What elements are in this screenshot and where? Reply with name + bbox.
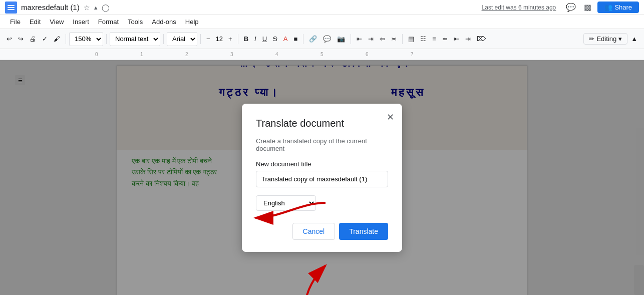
menu-tools[interactable]: Tools	[124, 17, 147, 27]
modal-description: Create a translated copy of the current …	[256, 137, 388, 152]
menu-insert[interactable]: Insert	[69, 17, 93, 27]
font-select[interactable]: Arial	[167, 32, 197, 46]
ruler-marker-3: 3	[230, 52, 233, 57]
share-button[interactable]: 👥 Share	[597, 2, 639, 13]
print-button[interactable]: 🖨	[27, 33, 39, 45]
header-right: 💬 ▩ 👥 Share	[564, 2, 639, 13]
star-icon[interactable]: ☆	[84, 4, 90, 12]
modal-overlay: Translate document ✕ Create a translated…	[0, 60, 644, 295]
ruler-marker-0: 0	[95, 52, 98, 57]
chevron-down-icon: ▾	[618, 35, 622, 43]
icon-line-2	[8, 7, 15, 8]
cancel-button[interactable]: Cancel	[292, 223, 336, 240]
language-select[interactable]: English Hindi French Spanish German	[256, 195, 316, 211]
divider-6	[303, 34, 303, 44]
zoom-select[interactable]: 150%	[69, 32, 103, 46]
app-icon	[5, 2, 17, 14]
ruler-marker-7: 7	[411, 52, 414, 57]
checklist-button[interactable]: ☷	[418, 33, 429, 45]
font-size-increase[interactable]: +	[226, 33, 235, 45]
doc-title: maxresdefault (1)	[21, 3, 80, 12]
italic-button[interactable]: I	[252, 33, 259, 45]
spell-check-button[interactable]: ✓	[40, 33, 50, 45]
modal-actions: Cancel Translate	[256, 223, 388, 240]
ruler-marker-5: 5	[320, 52, 324, 57]
doc-area: ☰ प्याा। उसके सिर पर टोपियो का एक गट्ठर …	[0, 60, 644, 295]
modal-close-button[interactable]: ✕	[387, 112, 394, 123]
link-button[interactable]: 🔗	[306, 33, 319, 45]
menu-file[interactable]: File	[6, 17, 25, 27]
translate-button[interactable]: Translate	[339, 223, 388, 240]
menu-view[interactable]: View	[46, 17, 68, 27]
decrease-indent-button[interactable]: ⇤	[451, 33, 462, 45]
translate-modal: Translate document ✕ Create a translated…	[242, 104, 402, 252]
line-spacing-button[interactable]: ▤	[406, 33, 417, 45]
toolbar: ↩ ↪ 🖨 ✓ 🖌 150% Normal text Arial − 12 + …	[0, 29, 644, 49]
last-edit-label: Last edit was 6 minutes ago	[482, 4, 556, 11]
editing-mode-selector[interactable]: ✏ Editing ▾	[583, 33, 627, 45]
align-justify-button[interactable]: ≍	[389, 33, 399, 45]
image-button[interactable]: 📷	[335, 33, 348, 45]
underline-button[interactable]: U	[260, 33, 269, 45]
icon-line-3	[8, 9, 15, 10]
collapse-toolbar-button[interactable]: ▲	[628, 33, 640, 45]
font-size-decrease[interactable]: −	[204, 33, 213, 45]
share-icon: 👥	[604, 4, 612, 11]
menu-edit[interactable]: Edit	[26, 17, 45, 27]
divider-3	[163, 34, 164, 44]
ruler-marker-6: 6	[366, 52, 369, 57]
bold-button[interactable]: B	[241, 33, 251, 45]
doc-title-input[interactable]	[256, 171, 388, 187]
ruler-marker-1: 1	[140, 52, 143, 57]
menu-format[interactable]: Format	[94, 17, 123, 27]
share-label: Share	[614, 4, 632, 11]
app-container: maxresdefault (1) ☆ ▲ ◯ Last edit was 6 …	[0, 0, 644, 295]
app-icon-lines	[8, 5, 15, 10]
editing-mode-label: Editing	[596, 35, 616, 43]
redo-button[interactable]: ↪	[16, 33, 26, 45]
meet-button[interactable]: ▩	[582, 2, 593, 13]
increase-indent-button[interactable]: ⇥	[463, 33, 473, 45]
font-size-display: 12	[214, 35, 225, 43]
align-center-button[interactable]: ⇥	[366, 33, 376, 45]
align-left-button[interactable]: ⇤	[354, 33, 365, 45]
clear-format-button[interactable]: ⌦	[474, 33, 488, 45]
pencil-icon: ✏	[589, 35, 594, 43]
divider-8	[402, 34, 403, 44]
menu-bar: File Edit View Insert Format Tools Add-o…	[0, 15, 644, 29]
menu-addons[interactable]: Add-ons	[148, 17, 180, 27]
highlight-button[interactable]: ■	[291, 33, 300, 45]
title-bar: maxresdefault (1) ☆ ▲ ◯ Last edit was 6 …	[0, 0, 644, 15]
meet-icon[interactable]: ◯	[102, 4, 110, 12]
numbered-list-button[interactable]: ≃	[440, 33, 450, 45]
title-icons: ☆ ▲ ◯	[84, 4, 110, 12]
divider-5	[238, 34, 238, 44]
strikethrough-button[interactable]: S	[270, 33, 280, 45]
ruler-marker-2: 2	[185, 52, 188, 57]
doc-title-label: New document title	[256, 160, 388, 168]
arrow-to-translate	[265, 260, 346, 295]
font-color-button[interactable]: A	[281, 33, 290, 45]
icon-line-1	[8, 5, 15, 6]
comments-icon[interactable]: 💬	[564, 2, 578, 13]
drive-icon[interactable]: ▲	[93, 5, 99, 11]
bullet-list-button[interactable]: ≡	[430, 33, 439, 45]
style-select[interactable]: Normal text	[110, 32, 160, 46]
paint-format-button[interactable]: 🖌	[51, 33, 63, 45]
modal-title: Translate document	[256, 118, 388, 129]
menu-help[interactable]: Help	[181, 17, 203, 27]
divider-2	[106, 34, 107, 44]
align-right-button[interactable]: ⇦	[377, 33, 388, 45]
ruler: 0 1 2 3 4 5 6 7	[0, 49, 644, 60]
divider-4	[200, 34, 201, 44]
undo-button[interactable]: ↩	[4, 33, 15, 45]
divider-7	[351, 34, 351, 44]
ruler-marker-4: 4	[275, 52, 278, 57]
comment-button[interactable]: 💬	[320, 33, 334, 45]
divider-1	[66, 34, 66, 44]
